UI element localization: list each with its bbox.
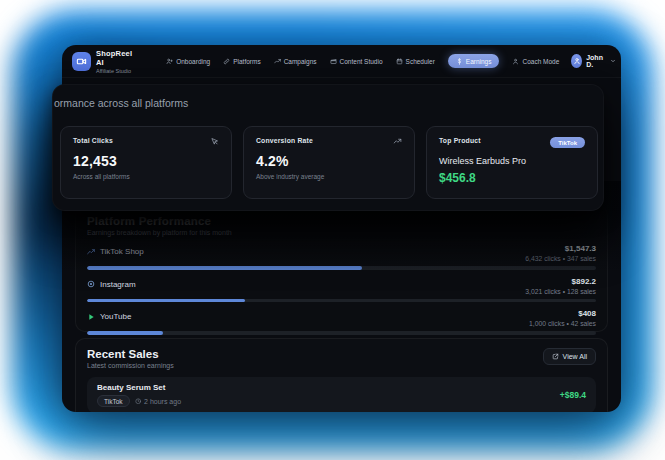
- progress-fill: [87, 331, 163, 335]
- sale-list-item[interactable]: Beauty Serum Set TikTok 2 hours ago +$89…: [87, 377, 596, 412]
- platform-badge: TikTok: [97, 395, 130, 407]
- video-camera-icon: [72, 52, 91, 71]
- stat-subtext: Above industry average: [256, 173, 402, 180]
- link-icon: [223, 58, 230, 65]
- progress-track: [87, 331, 596, 335]
- stat-value: 4.2%: [256, 153, 402, 169]
- platform-details: 3,021 clicks • 128 sales: [525, 288, 596, 295]
- camera-lens-icon: [87, 280, 95, 288]
- view-all-label: View All: [563, 353, 587, 360]
- nav-item-label: Earnings: [466, 58, 492, 65]
- sale-amount: +$89.4: [560, 390, 586, 400]
- section-title: Platform Performance: [87, 215, 596, 227]
- clock-icon: [135, 398, 142, 405]
- nav-item-label: Platforms: [233, 58, 260, 65]
- nav-item-label: Onboarding: [176, 58, 210, 65]
- platform-name: Instagram: [100, 280, 136, 289]
- platform-earnings: $408: [529, 309, 596, 318]
- navbar: ShopReel AI Affiliate Studio Onboarding …: [62, 45, 621, 78]
- section-subtitle: Earnings breakdown by platform for this …: [87, 229, 596, 236]
- platform-name: YouTube: [100, 312, 131, 321]
- calendar-icon: [396, 58, 403, 65]
- brand-name: ShopReel AI: [96, 49, 132, 67]
- nav-item-coach-mode[interactable]: Coach Mode: [512, 58, 559, 65]
- nav-item-label: Content Studio: [340, 58, 383, 65]
- stat-card-conversion-rate: Conversion Rate 4.2% Above industry aver…: [243, 126, 415, 199]
- user-name: John D.: [586, 54, 606, 68]
- stat-cards: Total Clicks 12,453 Across all platforms…: [60, 126, 598, 199]
- brand[interactable]: ShopReel AI Affiliate Studio: [72, 49, 132, 74]
- external-link-icon: [552, 353, 559, 360]
- stat-card-top-product: Top Product TikTok Wireless Earbuds Pro …: [426, 126, 598, 199]
- nav-items: Onboarding Platforms Campaigns Content S…: [166, 54, 559, 68]
- play-icon: [87, 313, 95, 321]
- stat-label: Top Product: [439, 137, 481, 144]
- section-title: Recent Sales: [87, 348, 174, 360]
- nav-item-content-studio[interactable]: Content Studio: [330, 58, 383, 65]
- platform-earnings: $1,547.3: [525, 244, 596, 253]
- platform-row-instagram: Instagram $892.2 3,021 clicks • 128 sale…: [87, 277, 596, 303]
- stat-label: Total Clicks: [73, 137, 113, 144]
- user-menu[interactable]: John D.: [571, 54, 616, 68]
- overview-heading: ormance across all platforms: [54, 97, 188, 109]
- stat-subtext: Across all platforms: [73, 173, 219, 180]
- nav-item-scheduler[interactable]: Scheduler: [396, 58, 435, 65]
- trending-up-icon: [393, 137, 402, 146]
- progress-track: [87, 266, 596, 270]
- avatar: [571, 54, 582, 68]
- recent-sales-header: Recent Sales Latest commission earnings: [87, 348, 174, 369]
- sale-time: 2 hours ago: [144, 398, 181, 405]
- user-icon: [512, 58, 519, 65]
- platform-details: 6,432 clicks • 347 sales: [525, 255, 596, 262]
- nav-item-onboarding[interactable]: Onboarding: [166, 58, 210, 65]
- top-product-earnings: $456.8: [439, 171, 585, 185]
- trending-up-icon: [274, 58, 281, 65]
- progress-fill: [87, 299, 245, 303]
- nav-item-campaigns[interactable]: Campaigns: [274, 58, 317, 65]
- brand-subtitle: Affiliate Studio: [96, 68, 132, 74]
- top-product-name: Wireless Earbuds Pro: [439, 156, 585, 166]
- sale-info: Beauty Serum Set TikTok 2 hours ago: [97, 383, 181, 407]
- nav-item-label: Campaigns: [284, 58, 317, 65]
- stat-label: Conversion Rate: [256, 137, 313, 144]
- nav-item-label: Coach Mode: [522, 58, 559, 65]
- cursor-click-icon: [210, 137, 219, 146]
- trending-up-icon: [87, 248, 95, 256]
- stat-value: 12,453: [73, 153, 219, 169]
- platform-row-youtube: YouTube $408 1,000 clicks • 42 sales: [87, 309, 596, 335]
- chevron-down-icon: [610, 58, 616, 64]
- platform-performance-section: Platform Performance Earnings breakdown …: [75, 205, 608, 332]
- platform-name: TikTok Shop: [100, 247, 144, 256]
- progress-fill: [87, 266, 362, 270]
- progress-track: [87, 299, 596, 303]
- platform-row-tiktok-shop: TikTok Shop $1,547.3 6,432 clicks • 347 …: [87, 244, 596, 270]
- nav-item-earnings[interactable]: Earnings: [448, 54, 500, 68]
- platform-rows: TikTok Shop $1,547.3 6,432 clicks • 347 …: [87, 244, 596, 335]
- nav-item-label: Scheduler: [406, 58, 435, 65]
- platform-earnings: $892.2: [525, 277, 596, 286]
- user-plus-icon: [166, 58, 173, 65]
- dollar-icon: [456, 58, 463, 65]
- view-all-button[interactable]: View All: [543, 348, 596, 365]
- tiktok-badge: TikTok: [550, 137, 585, 148]
- nav-item-platforms[interactable]: Platforms: [223, 58, 260, 65]
- section-subtitle: Latest commission earnings: [87, 362, 174, 369]
- recent-sales-section: Recent Sales Latest commission earnings …: [75, 338, 608, 412]
- platform-details: 1,000 clicks • 42 sales: [529, 320, 596, 327]
- canvas: ShopReel AI Affiliate Studio Onboarding …: [0, 0, 665, 460]
- clapperboard-icon: [330, 58, 337, 65]
- sale-product: Beauty Serum Set: [97, 383, 181, 392]
- overview-panel: ormance across all platforms Total Click…: [52, 84, 604, 211]
- brand-text: ShopReel AI Affiliate Studio: [96, 49, 132, 74]
- stat-card-total-clicks: Total Clicks 12,453 Across all platforms: [60, 126, 232, 199]
